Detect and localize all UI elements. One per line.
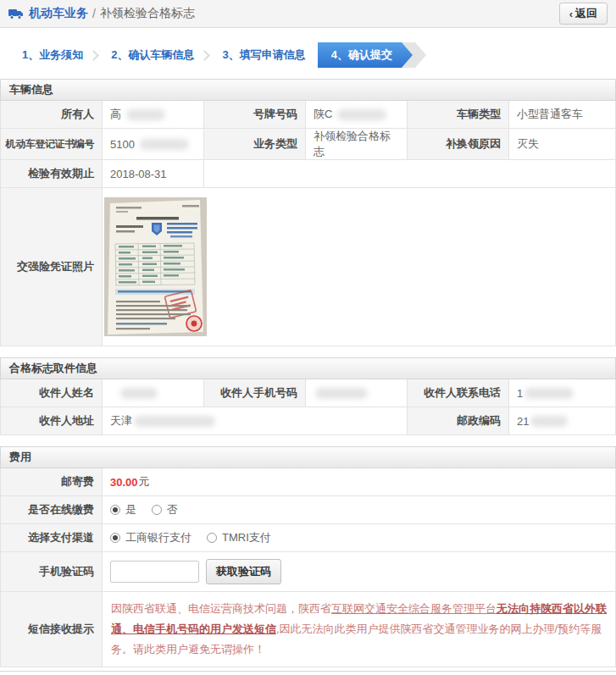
online-pay-yes-label[interactable]: 是 [125,502,136,517]
plate-label: 号牌号码 [204,101,306,129]
postage-amount: 30.00 [110,476,138,489]
owner-value: 高 [103,101,204,129]
postage-label: 邮寄费 [1,468,103,496]
fee-table: 邮寄费 30.00 元 是否在线缴费 是 否 选择支付渠道 工商银行支付 TMR… [0,468,616,667]
business-type-value: 补领检验合格标志 [306,129,408,160]
registration-no-value: 5100 [103,129,204,160]
empty-cell [204,160,616,188]
registration-no-label: 机动车登记证书编号 [1,129,103,160]
insurance-photo-label: 交强险凭证照片 [1,188,103,346]
recipient-mobile-label: 收件人手机号码 [204,379,306,407]
pickup-info-section: 合格标志取件信息 收件人姓名 收件人手机号码 收件人联系电话 1 收件人地址 天… [0,357,616,435]
sms-code-label: 手机验证码 [1,552,103,592]
online-pay-no-radio[interactable] [152,505,162,515]
sms-code-row: 获取验证码 [103,552,616,592]
pickup-section-title: 合格标志取件信息 [0,357,616,379]
plate-value: 陕C [306,101,408,129]
insurance-photo [104,197,207,336]
pickup-info-table: 收件人姓名 收件人手机号码 收件人联系电话 1 收件人地址 天津 邮政编码 21 [0,379,616,435]
online-pay-options: 是 否 [103,496,616,524]
fee-section-title: 费用 [0,446,616,468]
step-3-fill-application[interactable]: 3、填写申请信息 [210,42,317,68]
sms-code-input[interactable] [110,561,199,583]
sms-tip-paragraph: 因陕西省联通、电信运营商技术问题，陕西省互联网交通安全综合服务管理平台无法向持陕… [111,599,607,660]
channel-icbc-label[interactable]: 工商银行支付 [125,530,191,545]
channel-icbc-radio[interactable] [110,533,120,543]
recipient-address-label: 收件人地址 [1,407,103,435]
vehicle-truck-icon [8,8,24,19]
redaction-blur [120,388,158,399]
back-label: 返回 [575,6,597,21]
recipient-name-value [103,379,204,407]
get-code-button[interactable]: 获取验证码 [206,559,281,584]
recipient-phone-label: 收件人联系电话 [408,379,509,407]
postage-unit: 元 [139,474,150,490]
step-2-confirm-vehicle[interactable]: 2、确认车辆信息 [99,42,206,68]
redaction-blur [315,388,368,399]
sms-tip-label: 短信接收提示 [1,592,103,667]
redaction-blur [337,109,386,120]
inspection-valid-value: 2018-08-31 [103,160,204,188]
page-title: 机动车业务 [29,6,88,21]
sms-tip-text: 因陕西省联通、电信运营商技术问题，陕西省互联网交通安全综合服务管理平台无法向持陕… [103,592,616,667]
fee-section: 费用 邮寄费 30.00 元 是否在线缴费 是 否 选择支付渠道 工商银行支付 … [0,446,616,667]
vehicle-type-value: 小型普通客车 [509,101,616,129]
vehicle-info-table: 所有人 高 号牌号码 陕C 车辆类型 小型普通客车 机动车登记证书编号 5100… [0,101,616,346]
vehicle-type-label: 车辆类型 [408,101,509,129]
reissue-reason-value: 灭失 [509,129,616,160]
back-arrow-icon: ‹ [569,8,573,20]
postal-code-value: 21 [509,407,616,435]
channel-tmri-radio[interactable] [207,533,217,543]
recipient-phone-value: 1 [509,379,616,407]
online-pay-label: 是否在线缴费 [1,496,103,524]
online-pay-no-label[interactable]: 否 [167,502,178,517]
step-4-confirm-submit-active[interactable]: 4、确认提交 [318,42,413,68]
redaction-blur [530,416,568,427]
online-pay-yes-radio[interactable] [110,505,120,515]
recipient-mobile-value [306,379,408,407]
postal-code-label: 邮政编码 [408,407,509,435]
page-bottom-divider [0,671,616,672]
step-1-business-notice[interactable]: 1、业务须知 [10,42,95,68]
inspection-valid-label: 检验有效期止 [1,160,103,188]
redaction-blur [140,139,189,150]
vehicle-info-section: 车辆信息 所有人 高 号牌号码 陕C 车辆类型 小型普通客车 机动车登记证书编号… [0,79,616,346]
wizard-steps: 1、业务须知 2、确认车辆信息 3、填写申请信息 4、确认提交 [10,42,616,68]
owner-label: 所有人 [1,101,103,129]
reissue-reason-label: 补换领原因 [408,129,509,160]
redaction-blur [524,388,574,399]
recipient-address-value: 天津 [103,407,408,435]
breadcrumb-subtitle: 补领检验合格标志 [100,6,195,21]
top-bar: 机动车业务 / 补领检验合格标志 ‹ 返回 [0,0,616,28]
payment-channel-options: 工商银行支付 TMRI支付 [103,524,616,552]
channel-tmri-label[interactable]: TMRI支付 [222,530,271,545]
redaction-blur [134,416,215,427]
breadcrumb-separator: / [92,7,96,20]
business-type-label: 业务类型 [204,129,306,160]
postage-value: 30.00 元 [103,468,616,496]
recipient-name-label: 收件人姓名 [1,379,103,407]
back-button[interactable]: ‹ 返回 [559,3,608,25]
insurance-photo-cell [103,188,616,346]
payment-channel-label: 选择支付渠道 [1,524,103,552]
redaction-blur [126,109,165,120]
vehicle-section-title: 车辆信息 [0,79,616,101]
